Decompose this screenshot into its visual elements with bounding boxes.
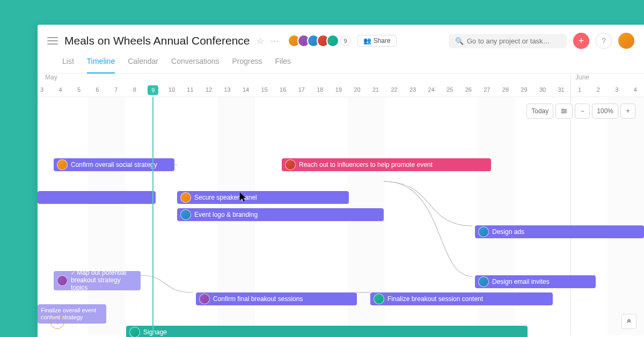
task-label: Map out potential breakout strategy topi… [71,271,126,290]
project-title: Meals on Wheels Annual Conference [64,34,250,47]
day-label: 28 [500,86,511,93]
day-label: 19 [333,86,344,93]
day-label: 2 [593,86,604,93]
task-label: Signage [143,328,167,336]
day-label: 29 [518,86,529,93]
task-bar[interactable]: ✓ Map out potential breakout strategy to… [54,271,141,290]
day-label: 8 [129,86,140,93]
month-label: May [45,74,57,81]
task-label: Design ads [492,228,524,236]
task-bar[interactable]: Signage [126,326,528,337]
task-label: Finalize breakout session content [387,295,483,303]
day-label: 3 [611,86,622,93]
svg-point-1 [565,111,566,112]
avatar [180,192,191,203]
day-label: 14 [240,86,251,93]
member-avatars[interactable]: 9 [288,34,351,47]
avatar [129,327,140,337]
help-button[interactable]: ? [596,33,612,49]
day-label: 13 [222,86,233,93]
day-label: 17 [296,86,307,93]
zoom-out-button[interactable]: − [575,104,590,119]
avatar [57,159,68,170]
task-bar[interactable]: Secure speaker panel [177,191,349,204]
task-bar[interactable]: Confirm overall social strategy [54,158,174,171]
check-icon: ✓ [71,271,75,276]
task-label: Confirm overall social strategy [71,161,157,169]
zoom-level[interactable]: 100% [592,104,618,119]
tab-list[interactable]: List [62,57,74,69]
day-label: 11 [185,86,195,93]
task-label: Design email invites [492,278,550,285]
task-label: Event logo & branding [194,211,258,218]
task-bar[interactable]: Finalize breakout session content [370,292,553,305]
star-icon[interactable]: ☆ [257,36,264,46]
user-avatar[interactable] [618,33,634,49]
avatar [326,34,339,47]
day-label: 6 [92,86,103,93]
avatar [285,159,296,170]
day-label: 20 [352,86,362,93]
avatar [180,209,191,220]
share-button[interactable]: 👥 Share [357,35,397,47]
day-label: 23 [407,86,418,93]
task-bar[interactable] [38,191,156,204]
day-label: 27 [481,86,492,93]
day-label: 16 [277,86,288,93]
day-label: 25 [444,86,455,93]
day-label: 7 [111,86,121,93]
today-marker: 9 [148,85,158,95]
avatar [57,275,68,286]
search-icon: 🔍 [455,37,464,45]
day-label: 1 [574,86,585,93]
avatar [199,294,210,304]
day-label: 3 [38,86,47,93]
day-label: 24 [426,86,437,93]
day-label: 31 [556,86,567,93]
task-label: Reach out to influencers to help promote… [299,161,433,169]
day-label: 4 [630,86,641,93]
search-input[interactable]: 🔍 [449,34,567,48]
avatar [374,294,384,304]
zoom-in-button[interactable]: + [620,104,635,119]
tab-files[interactable]: Files [275,57,291,69]
tab-timeline[interactable]: Timeline [87,57,115,74]
day-label: 21 [370,86,381,93]
add-button[interactable]: + [573,33,589,49]
day-label: 12 [203,86,214,93]
task-bar[interactable]: Design email invites [475,275,596,288]
day-label: 30 [537,86,548,93]
day-label: 22 [389,86,400,93]
member-count: 9 [340,36,351,46]
task-label: Secure speaker panel [194,194,257,201]
tab-calendar[interactable]: Calendar [128,57,158,69]
day-label: 4 [55,86,66,93]
task-bar[interactable]: Event logo & branding [177,208,384,221]
today-button[interactable]: Today [526,104,553,119]
task-label: Finalize overall event content strategy [41,307,103,320]
month-label: June [575,74,589,81]
day-label: 10 [166,86,177,93]
day-label: 5 [74,86,84,93]
settings-icon[interactable] [555,104,573,119]
task-bar[interactable]: Reach out to influencers to help promote… [282,158,491,171]
tab-conversations[interactable]: Conversations [171,57,219,69]
menu-hamburger[interactable] [47,37,58,45]
day-label: 18 [314,86,325,93]
avatar [478,276,489,287]
avatar [478,226,489,237]
more-icon[interactable]: ⋯ [270,36,279,46]
info-button[interactable]: i [50,315,64,329]
task-bar[interactable]: Design ads [475,225,644,238]
people-icon: 👥 [363,37,371,45]
tab-progress[interactable]: Progress [232,57,262,69]
svg-point-2 [562,112,564,114]
task-bar[interactable]: Confirm final breakout sessions [196,292,357,305]
svg-point-0 [562,109,564,111]
collapse-button[interactable] [621,314,636,329]
day-label: 15 [259,86,270,93]
task-label: Confirm final breakout sessions [213,295,303,303]
day-label: 26 [463,86,474,93]
task-bar[interactable]: Finalize overall event content strategy [38,304,106,324]
